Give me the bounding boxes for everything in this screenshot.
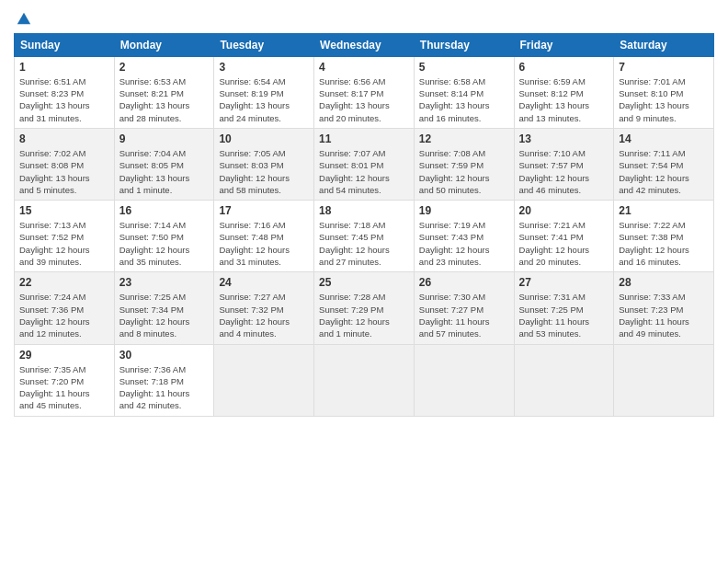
day-number: 6 — [519, 61, 609, 74]
day-number: 19 — [419, 204, 509, 217]
day-header-saturday: Saturday — [614, 33, 714, 56]
day-cell-6: 6Sunrise: 6:59 AMSunset: 8:12 PMDaylight… — [514, 56, 614, 128]
day-header-sunday: Sunday — [15, 33, 115, 56]
day-cell-29: 29Sunrise: 7:35 AMSunset: 7:20 PMDayligh… — [15, 344, 115, 416]
calendar-container: SundayMondayTuesdayWednesdayThursdayFrid… — [0, 0, 728, 426]
day-number: 5 — [419, 61, 509, 74]
week-row-2: 8Sunrise: 7:02 AMSunset: 8:08 PMDaylight… — [15, 128, 714, 200]
day-number: 12 — [419, 132, 509, 145]
day-cell-16: 16Sunrise: 7:14 AMSunset: 7:50 PMDayligh… — [114, 201, 214, 272]
day-number: 1 — [19, 61, 109, 74]
day-info: Sunrise: 7:24 AMSunset: 7:36 PMDaylight:… — [19, 291, 109, 339]
day-cell-21: 21Sunrise: 7:22 AMSunset: 7:38 PMDayligh… — [614, 201, 714, 272]
day-number: 3 — [219, 61, 309, 74]
day-header-tuesday: Tuesday — [214, 33, 314, 56]
day-cell-13: 13Sunrise: 7:10 AMSunset: 7:57 PMDayligh… — [514, 128, 614, 200]
day-number: 4 — [319, 61, 409, 74]
day-cell-25: 25Sunrise: 7:28 AMSunset: 7:29 PMDayligh… — [314, 272, 415, 344]
empty-cell — [414, 344, 514, 416]
day-info: Sunrise: 7:08 AMSunset: 7:59 PMDaylight:… — [419, 147, 509, 196]
header-row: SundayMondayTuesdayWednesdayThursdayFrid… — [15, 33, 714, 56]
calendar-table: SundayMondayTuesdayWednesdayThursdayFrid… — [14, 33, 714, 417]
day-number: 9 — [119, 132, 210, 145]
day-info: Sunrise: 6:53 AMSunset: 8:21 PMDaylight:… — [119, 75, 210, 124]
day-info: Sunrise: 7:36 AMSunset: 7:18 PMDaylight:… — [119, 363, 210, 412]
day-cell-4: 4Sunrise: 6:56 AMSunset: 8:17 PMDaylight… — [314, 56, 415, 128]
day-cell-24: 24Sunrise: 7:27 AMSunset: 7:32 PMDayligh… — [214, 272, 314, 344]
day-number: 13 — [519, 132, 609, 145]
day-number: 29 — [19, 349, 109, 362]
empty-cell — [614, 344, 714, 416]
day-info: Sunrise: 7:21 AMSunset: 7:41 PMDaylight:… — [519, 219, 609, 268]
week-row-1: 1Sunrise: 6:51 AMSunset: 8:23 PMDaylight… — [15, 56, 714, 128]
svg-marker-0 — [17, 13, 30, 25]
day-cell-12: 12Sunrise: 7:08 AMSunset: 7:59 PMDayligh… — [414, 128, 514, 200]
logo — [14, 9, 32, 26]
day-info: Sunrise: 6:58 AMSunset: 8:14 PMDaylight:… — [419, 75, 509, 124]
day-cell-11: 11Sunrise: 7:07 AMSunset: 8:01 PMDayligh… — [314, 128, 415, 200]
day-info: Sunrise: 7:33 AMSunset: 7:23 PMDaylight:… — [619, 291, 709, 339]
day-cell-14: 14Sunrise: 7:11 AMSunset: 7:54 PMDayligh… — [614, 128, 714, 200]
day-info: Sunrise: 7:28 AMSunset: 7:29 PMDaylight:… — [319, 291, 409, 339]
day-number: 24 — [219, 276, 309, 289]
day-info: Sunrise: 7:07 AMSunset: 8:01 PMDaylight:… — [319, 147, 409, 196]
day-number: 23 — [119, 276, 210, 289]
day-info: Sunrise: 6:51 AMSunset: 8:23 PMDaylight:… — [19, 75, 109, 124]
day-info: Sunrise: 7:18 AMSunset: 7:45 PMDaylight:… — [319, 219, 409, 268]
day-cell-8: 8Sunrise: 7:02 AMSunset: 8:08 PMDaylight… — [15, 128, 115, 200]
day-cell-7: 7Sunrise: 7:01 AMSunset: 8:10 PMDaylight… — [614, 56, 714, 128]
day-number: 7 — [619, 61, 709, 74]
day-info: Sunrise: 7:16 AMSunset: 7:48 PMDaylight:… — [219, 219, 309, 268]
day-info: Sunrise: 7:22 AMSunset: 7:38 PMDaylight:… — [619, 219, 709, 268]
day-info: Sunrise: 6:54 AMSunset: 8:19 PMDaylight:… — [219, 75, 309, 124]
day-info: Sunrise: 7:05 AMSunset: 8:03 PMDaylight:… — [219, 147, 309, 196]
day-number: 20 — [519, 204, 609, 217]
day-cell-30: 30Sunrise: 7:36 AMSunset: 7:18 PMDayligh… — [114, 344, 214, 416]
day-info: Sunrise: 7:31 AMSunset: 7:25 PMDaylight:… — [519, 291, 609, 339]
day-cell-10: 10Sunrise: 7:05 AMSunset: 8:03 PMDayligh… — [214, 128, 314, 200]
week-row-3: 15Sunrise: 7:13 AMSunset: 7:52 PMDayligh… — [15, 201, 714, 272]
logo-text — [14, 9, 32, 28]
day-number: 25 — [319, 276, 409, 289]
day-info: Sunrise: 7:14 AMSunset: 7:50 PMDaylight:… — [119, 219, 210, 268]
day-number: 18 — [319, 204, 409, 217]
day-cell-26: 26Sunrise: 7:30 AMSunset: 7:27 PMDayligh… — [414, 272, 514, 344]
day-header-monday: Monday — [114, 33, 214, 56]
day-info: Sunrise: 7:13 AMSunset: 7:52 PMDaylight:… — [19, 219, 109, 268]
day-info: Sunrise: 7:30 AMSunset: 7:27 PMDaylight:… — [419, 291, 509, 339]
day-cell-1: 1Sunrise: 6:51 AMSunset: 8:23 PMDaylight… — [15, 56, 115, 128]
day-cell-9: 9Sunrise: 7:04 AMSunset: 8:05 PMDaylight… — [114, 128, 214, 200]
day-info: Sunrise: 7:19 AMSunset: 7:43 PMDaylight:… — [419, 219, 509, 268]
day-number: 15 — [19, 204, 109, 217]
day-number: 27 — [519, 276, 609, 289]
day-number: 16 — [119, 204, 210, 217]
day-cell-22: 22Sunrise: 7:24 AMSunset: 7:36 PMDayligh… — [15, 272, 115, 344]
day-cell-15: 15Sunrise: 7:13 AMSunset: 7:52 PMDayligh… — [15, 201, 115, 272]
day-number: 11 — [319, 132, 409, 145]
week-row-4: 22Sunrise: 7:24 AMSunset: 7:36 PMDayligh… — [15, 272, 714, 344]
day-number: 26 — [419, 276, 509, 289]
day-info: Sunrise: 6:56 AMSunset: 8:17 PMDaylight:… — [319, 75, 409, 124]
day-number: 21 — [619, 204, 709, 217]
day-header-thursday: Thursday — [414, 33, 514, 56]
day-info: Sunrise: 7:01 AMSunset: 8:10 PMDaylight:… — [619, 75, 709, 124]
header — [14, 9, 714, 26]
day-cell-5: 5Sunrise: 6:58 AMSunset: 8:14 PMDaylight… — [414, 56, 514, 128]
day-cell-18: 18Sunrise: 7:18 AMSunset: 7:45 PMDayligh… — [314, 201, 415, 272]
day-cell-28: 28Sunrise: 7:33 AMSunset: 7:23 PMDayligh… — [614, 272, 714, 344]
day-number: 22 — [19, 276, 109, 289]
day-cell-17: 17Sunrise: 7:16 AMSunset: 7:48 PMDayligh… — [214, 201, 314, 272]
day-cell-20: 20Sunrise: 7:21 AMSunset: 7:41 PMDayligh… — [514, 201, 614, 272]
day-cell-19: 19Sunrise: 7:19 AMSunset: 7:43 PMDayligh… — [414, 201, 514, 272]
day-info: Sunrise: 7:04 AMSunset: 8:05 PMDaylight:… — [119, 147, 210, 196]
day-info: Sunrise: 7:25 AMSunset: 7:34 PMDaylight:… — [119, 291, 210, 339]
day-cell-2: 2Sunrise: 6:53 AMSunset: 8:21 PMDaylight… — [114, 56, 214, 128]
empty-cell — [514, 344, 614, 416]
day-number: 2 — [119, 61, 210, 74]
day-info: Sunrise: 7:11 AMSunset: 7:54 PMDaylight:… — [619, 147, 709, 196]
day-number: 14 — [619, 132, 709, 145]
week-row-5: 29Sunrise: 7:35 AMSunset: 7:20 PMDayligh… — [15, 344, 714, 416]
day-number: 10 — [219, 132, 309, 145]
day-cell-27: 27Sunrise: 7:31 AMSunset: 7:25 PMDayligh… — [514, 272, 614, 344]
day-info: Sunrise: 6:59 AMSunset: 8:12 PMDaylight:… — [519, 75, 609, 124]
